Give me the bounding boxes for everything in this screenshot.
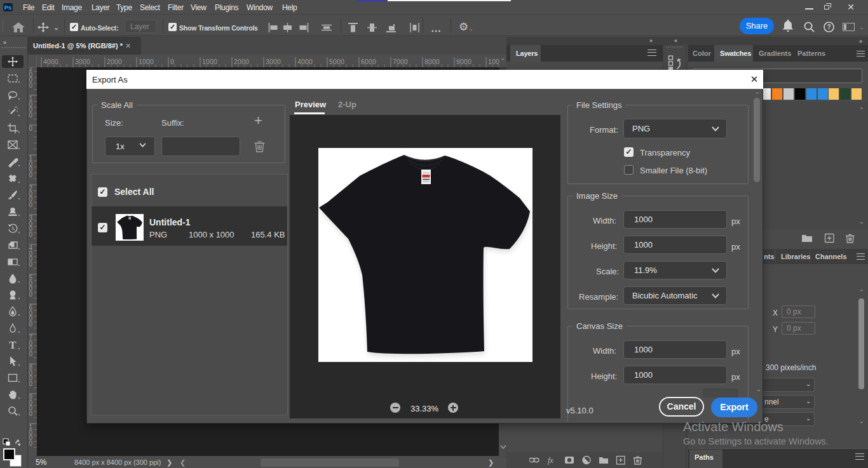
svg-text:0: 0 — [29, 171, 33, 178]
svg-text:2000: 2000 — [234, 58, 249, 65]
svg-text:8000: 8000 — [424, 58, 440, 65]
svg-text:1000: 1000 — [139, 58, 154, 65]
svg-text:0: 0 — [29, 125, 33, 132]
svg-text:0: 0 — [29, 321, 33, 328]
svg-text:T: T — [9, 339, 17, 351]
svg-text:2000: 2000 — [107, 58, 122, 65]
svg-text:0: 0 — [29, 82, 33, 89]
svg-text:3000: 3000 — [266, 58, 281, 65]
svg-text:fx: fx — [548, 456, 553, 465]
svg-text:3000: 3000 — [75, 58, 90, 65]
svg-text:0: 0 — [29, 410, 33, 417]
svg-text:0: 0 — [29, 440, 33, 447]
svg-text:0: 0 — [29, 231, 33, 238]
svg-text:0: 0 — [29, 112, 33, 119]
svg-text:0: 0 — [29, 351, 33, 358]
svg-text:0: 0 — [170, 58, 174, 65]
svg-text:0: 0 — [29, 261, 33, 268]
svg-text:4000: 4000 — [297, 58, 313, 65]
svg-text:1000: 1000 — [488, 58, 499, 65]
svg-text:4000: 4000 — [43, 58, 58, 65]
svg-text:1000: 1000 — [202, 58, 217, 65]
svg-text:?: ? — [827, 23, 831, 30]
svg-text:0: 0 — [29, 291, 33, 298]
svg-text:0: 0 — [29, 201, 33, 208]
svg-text:7000: 7000 — [393, 58, 408, 65]
svg-text:9000: 9000 — [456, 58, 471, 65]
svg-text:0: 0 — [29, 380, 33, 387]
svg-text:5000: 5000 — [329, 58, 344, 65]
svg-text:6000: 6000 — [361, 58, 376, 65]
